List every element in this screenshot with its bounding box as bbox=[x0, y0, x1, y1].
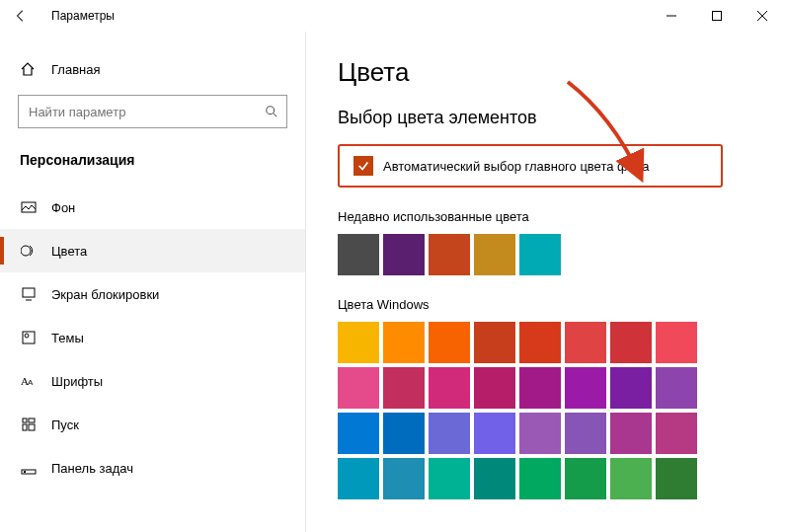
close-button[interactable] bbox=[740, 0, 785, 32]
search-input[interactable] bbox=[29, 105, 265, 119]
svg-rect-16 bbox=[23, 424, 27, 430]
color-swatch[interactable] bbox=[383, 413, 425, 454]
sidebar-item-themes[interactable]: Темы bbox=[0, 316, 305, 359]
back-button[interactable] bbox=[14, 9, 43, 23]
color-swatch[interactable] bbox=[429, 367, 470, 409]
color-swatch[interactable] bbox=[565, 413, 606, 454]
auto-color-label: Автоматический выбор главного цвета фона bbox=[383, 159, 649, 174]
close-icon bbox=[757, 11, 767, 21]
start-icon bbox=[20, 417, 38, 432]
svg-rect-8 bbox=[23, 288, 35, 297]
minimize-icon bbox=[667, 11, 676, 21]
search-input-wrapper[interactable] bbox=[18, 95, 287, 128]
windows-colors-heading: Цвета Windows bbox=[338, 297, 785, 312]
svg-rect-19 bbox=[24, 471, 26, 473]
home-icon bbox=[20, 61, 38, 77]
sidebar-item-label: Панель задач bbox=[51, 461, 133, 476]
recent-color-swatch[interactable] bbox=[429, 234, 470, 275]
sidebar-item-label: Темы bbox=[51, 331, 84, 345]
background-icon bbox=[20, 199, 38, 215]
svg-text:A: A bbox=[28, 378, 34, 387]
search-icon bbox=[265, 105, 278, 118]
svg-point-7 bbox=[21, 246, 31, 256]
sidebar-item-start[interactable]: Пуск bbox=[0, 403, 305, 446]
color-swatch[interactable] bbox=[656, 413, 697, 454]
color-swatch[interactable] bbox=[610, 322, 652, 363]
auto-color-option[interactable]: Автоматический выбор главного цвета фона bbox=[338, 144, 723, 188]
color-swatch[interactable] bbox=[338, 367, 379, 409]
svg-rect-17 bbox=[29, 424, 35, 430]
section-subheading: Выбор цвета элементов bbox=[338, 108, 785, 128]
color-swatch[interactable] bbox=[474, 413, 515, 454]
maximize-button[interactable] bbox=[694, 0, 740, 32]
sidebar-item-label: Шрифты bbox=[51, 374, 103, 389]
color-swatch[interactable] bbox=[338, 458, 379, 499]
colors-icon bbox=[20, 243, 38, 259]
window-title: Параметры bbox=[43, 9, 649, 23]
color-swatch[interactable] bbox=[610, 458, 652, 499]
sidebar-section-heading: Персонализация bbox=[0, 146, 305, 186]
taskbar-icon bbox=[20, 460, 38, 476]
color-swatch[interactable] bbox=[474, 322, 515, 363]
page-title: Цвета bbox=[338, 57, 785, 88]
color-swatch[interactable] bbox=[338, 322, 379, 363]
svg-rect-15 bbox=[29, 418, 35, 422]
color-swatch[interactable] bbox=[519, 367, 561, 409]
svg-line-5 bbox=[274, 114, 277, 117]
color-swatch[interactable] bbox=[610, 413, 652, 454]
color-swatch[interactable] bbox=[383, 322, 425, 363]
sidebar-item-label: Цвета bbox=[51, 244, 87, 259]
arrow-left-icon bbox=[14, 9, 28, 23]
color-swatch[interactable] bbox=[474, 458, 515, 499]
content-area: Цвета Выбор цвета элементов Автоматическ… bbox=[306, 32, 785, 532]
home-link[interactable]: Главная bbox=[0, 55, 305, 91]
color-swatch[interactable] bbox=[565, 367, 606, 409]
svg-rect-10 bbox=[23, 332, 35, 343]
auto-color-checkbox[interactable] bbox=[353, 156, 373, 176]
sidebar-item-label: Фон bbox=[51, 200, 75, 215]
fonts-icon: AA bbox=[20, 373, 38, 389]
color-swatch[interactable] bbox=[656, 458, 697, 499]
recent-color-swatch[interactable] bbox=[519, 234, 561, 275]
svg-point-11 bbox=[25, 334, 29, 338]
minimize-button[interactable] bbox=[649, 0, 694, 32]
themes-icon bbox=[20, 330, 38, 345]
color-swatch[interactable] bbox=[519, 458, 561, 499]
color-swatch[interactable] bbox=[383, 367, 425, 409]
recent-color-swatch[interactable] bbox=[474, 234, 515, 275]
lockscreen-icon bbox=[20, 286, 38, 302]
sidebar-item-colors[interactable]: Цвета bbox=[0, 229, 305, 272]
color-swatch[interactable] bbox=[338, 413, 379, 454]
color-swatch[interactable] bbox=[429, 458, 470, 499]
color-swatch[interactable] bbox=[565, 458, 606, 499]
color-swatch[interactable] bbox=[565, 322, 606, 363]
color-swatch[interactable] bbox=[474, 367, 515, 409]
sidebar: Главная Персонализация ФонЦветаЭкран бло… bbox=[0, 32, 306, 532]
color-swatch[interactable] bbox=[656, 367, 697, 409]
sidebar-item-lockscreen[interactable]: Экран блокировки bbox=[0, 272, 305, 316]
sidebar-item-fonts[interactable]: AAШрифты bbox=[0, 359, 305, 403]
svg-rect-14 bbox=[23, 418, 27, 422]
color-swatch[interactable] bbox=[519, 322, 561, 363]
recent-color-swatch[interactable] bbox=[383, 234, 425, 275]
home-label: Главная bbox=[51, 62, 100, 77]
color-swatch[interactable] bbox=[610, 367, 652, 409]
recent-colors-heading: Недавно использованные цвета bbox=[338, 209, 785, 224]
color-swatch[interactable] bbox=[519, 413, 561, 454]
checkmark-icon bbox=[356, 159, 370, 173]
svg-rect-1 bbox=[713, 12, 722, 21]
svg-point-4 bbox=[267, 107, 275, 114]
sidebar-item-background[interactable]: Фон bbox=[0, 186, 305, 229]
color-swatch[interactable] bbox=[383, 458, 425, 499]
color-swatch[interactable] bbox=[429, 413, 470, 454]
sidebar-item-taskbar[interactable]: Панель задач bbox=[0, 446, 305, 490]
color-swatch[interactable] bbox=[656, 322, 697, 363]
sidebar-item-label: Пуск bbox=[51, 418, 79, 432]
color-swatch[interactable] bbox=[429, 322, 470, 363]
sidebar-item-label: Экран блокировки bbox=[51, 287, 159, 302]
recent-color-swatch[interactable] bbox=[338, 234, 379, 275]
maximize-icon bbox=[712, 11, 722, 21]
